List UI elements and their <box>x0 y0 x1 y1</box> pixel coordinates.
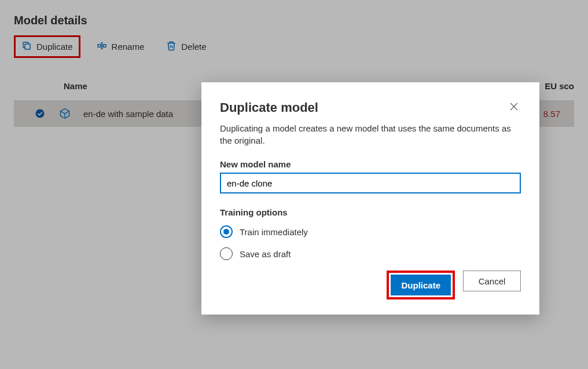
duplicate-confirm-button[interactable]: Duplicate <box>391 275 451 295</box>
new-model-name-label: New model name <box>220 159 521 169</box>
radio-unchecked-icon <box>220 247 233 260</box>
new-model-name-input[interactable] <box>220 173 521 193</box>
radio-save-as-draft[interactable]: Save as draft <box>220 247 521 260</box>
primary-button-highlight: Duplicate <box>387 271 455 299</box>
dialog-close-button[interactable] <box>507 100 521 115</box>
radio-train-immediately[interactable]: Train immediately <box>220 225 521 238</box>
dialog-title: Duplicate model <box>220 100 318 115</box>
radio-label: Save as draft <box>240 249 291 259</box>
radio-label: Train immediately <box>240 227 308 237</box>
training-options-label: Training options <box>220 207 521 217</box>
dialog-description: Duplicating a model creates a new model … <box>220 122 521 147</box>
radio-checked-icon <box>220 225 233 238</box>
close-icon <box>509 104 519 113</box>
duplicate-model-dialog: Duplicate model Duplicating a model crea… <box>201 82 539 315</box>
cancel-button[interactable]: Cancel <box>463 271 521 291</box>
